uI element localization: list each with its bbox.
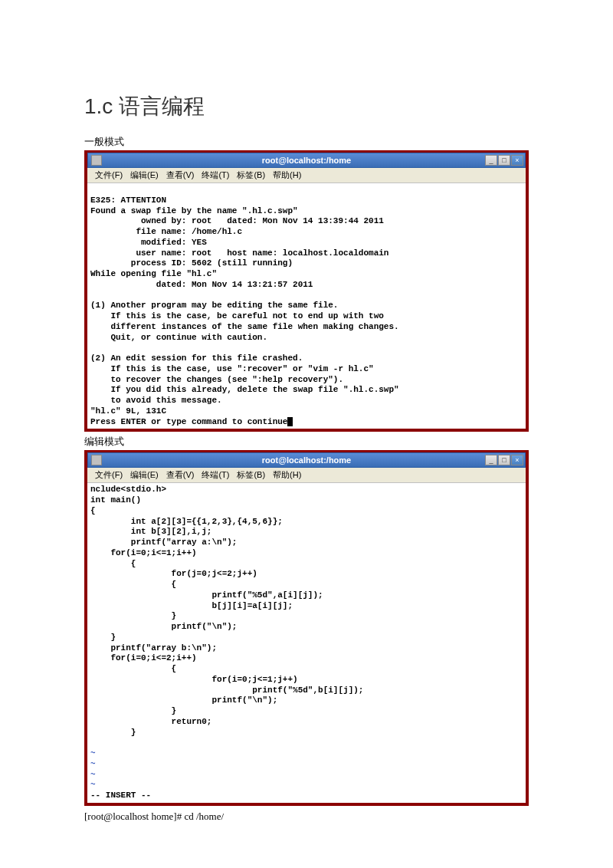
- minimize-button[interactable]: _: [485, 455, 497, 465]
- window-icon: [91, 155, 102, 166]
- vim-attention-text: E325: ATTENTION Found a swap file by the…: [90, 196, 399, 426]
- maximize-button[interactable]: □: [498, 455, 510, 465]
- cursor-icon: [287, 417, 293, 426]
- menu-terminal[interactable]: 终端(T): [198, 169, 232, 182]
- menu-help[interactable]: 帮助(H): [270, 469, 304, 482]
- vim-tilde: ~: [90, 759, 96, 768]
- window-title: root@localhost:/home: [262, 156, 351, 165]
- menu-tabs[interactable]: 标签(B): [234, 469, 268, 482]
- minimize-button[interactable]: _: [485, 155, 497, 166]
- menu-file[interactable]: 文件(F): [92, 169, 126, 182]
- terminal-window-edit-mode: root@localhost:/home _ □ × 文件(F) 编辑(E) 查…: [84, 450, 529, 806]
- menu-file[interactable]: 文件(F): [92, 469, 126, 482]
- menubar: 文件(F) 编辑(E) 查看(V) 终端(T) 标签(B) 帮助(H): [87, 168, 526, 183]
- vim-status-insert: -- INSERT --: [90, 791, 151, 800]
- terminal-content-normal[interactable]: E325: ATTENTION Found a swap file by the…: [87, 183, 526, 429]
- window-titlebar: root@localhost:/home _ □ ×: [87, 153, 526, 168]
- menu-view[interactable]: 查看(V): [163, 169, 198, 182]
- menu-terminal[interactable]: 终端(T): [198, 469, 232, 482]
- close-button[interactable]: ×: [511, 155, 523, 166]
- terminal-content-edit[interactable]: nclude<stdio.h> int main() { int a[2][3]…: [87, 483, 526, 803]
- menu-help[interactable]: 帮助(H): [270, 169, 304, 182]
- menu-edit[interactable]: 编辑(E): [127, 169, 162, 182]
- close-button[interactable]: ×: [511, 455, 523, 465]
- menu-tabs[interactable]: 标签(B): [234, 169, 268, 182]
- maximize-button[interactable]: □: [498, 155, 510, 166]
- section-label-normal: 一般模式: [84, 135, 529, 149]
- vim-tilde: ~: [90, 770, 96, 779]
- terminal-window-normal-mode: root@localhost:/home _ □ × 文件(F) 编辑(E) 查…: [84, 150, 529, 432]
- window-titlebar: root@localhost:/home _ □ ×: [87, 452, 526, 468]
- vim-tilde: ~: [90, 780, 96, 789]
- window-icon: [91, 455, 102, 465]
- shell-command-line: [root@localhost home]# cd /home/: [84, 810, 529, 823]
- page-title: 1.c 语言编程: [84, 92, 529, 121]
- menu-view[interactable]: 查看(V): [163, 469, 198, 482]
- section-label-edit: 编辑模式: [84, 435, 529, 449]
- source-code: nclude<stdio.h> int main() { int a[2][3]…: [90, 485, 363, 736]
- window-title: root@localhost:/home: [262, 455, 351, 465]
- menu-edit[interactable]: 编辑(E): [127, 469, 162, 482]
- menubar: 文件(F) 编辑(E) 查看(V) 终端(T) 标签(B) 帮助(H): [87, 468, 526, 483]
- vim-tilde: ~: [90, 748, 96, 758]
